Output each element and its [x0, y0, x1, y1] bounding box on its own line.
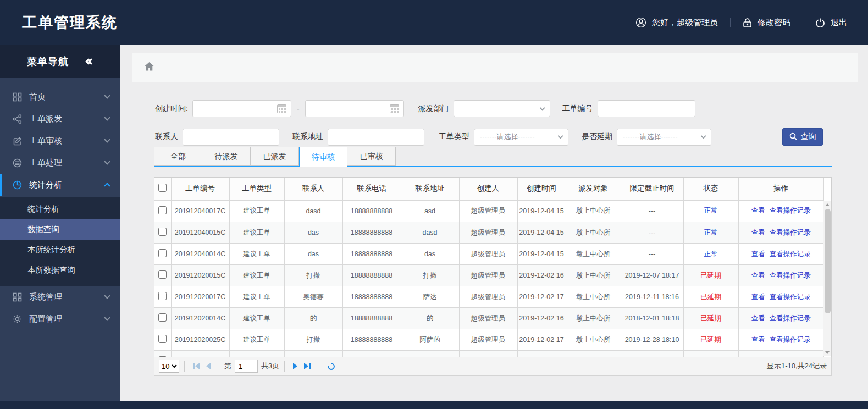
view-log-link[interactable]: 查看操作记录 — [770, 293, 811, 301]
scroll-up-icon[interactable] — [823, 201, 831, 208]
sidebar-item-1[interactable]: 工单派发 — [0, 108, 120, 130]
data-grid: 工单编号工单类型联系人联系电话联系地址创建人创建时间派发对象限定截止时间状态操作… — [154, 177, 832, 357]
column-header[interactable]: 限定截止时间 — [621, 178, 683, 200]
chevron-down-icon — [104, 314, 110, 320]
search-button[interactable]: 查询 — [782, 128, 823, 146]
sidebar-item-3[interactable]: 工单处理 — [0, 152, 120, 174]
home-icon[interactable] — [144, 62, 154, 74]
dispatch-dept-select[interactable] — [454, 100, 550, 117]
order-no-input[interactable] — [598, 100, 695, 117]
logout-link[interactable]: 退出 — [815, 18, 847, 28]
lock-icon — [743, 18, 752, 28]
table-row: 201912020015C建议工单打撤18888888888打撤超级管理员201… — [154, 265, 823, 286]
view-link[interactable]: 查看 — [751, 229, 765, 236]
submenu-item[interactable]: 数据查询 — [0, 219, 120, 240]
address-input[interactable] — [328, 129, 424, 146]
column-header[interactable]: 联系人 — [284, 178, 342, 200]
sidebar-item-6[interactable]: 配置管理 — [0, 308, 120, 330]
row-checkbox[interactable] — [158, 270, 167, 279]
row-checkbox[interactable] — [158, 292, 167, 300]
row-checkbox[interactable] — [158, 335, 167, 343]
view-log-link[interactable]: 查看操作记录 — [770, 229, 811, 236]
submenu-item[interactable]: 本所数据查询 — [0, 260, 120, 280]
row-checkbox[interactable] — [158, 228, 167, 236]
view-log-link[interactable]: 查看操作记录 — [770, 272, 811, 279]
pager-divider — [284, 361, 285, 372]
view-link[interactable]: 查看 — [751, 272, 765, 279]
row-checkbox[interactable] — [158, 356, 167, 357]
pager-summary: 显示1-10,共24记录 — [767, 361, 827, 371]
sidebar-item-5[interactable]: 系统管理 — [0, 286, 120, 308]
order-type-select[interactable]: -------请选择------- — [474, 129, 568, 146]
row-checkbox[interactable] — [158, 206, 167, 214]
double-chevron-left-icon[interactable] — [86, 59, 93, 64]
page-number-input[interactable] — [235, 360, 258, 373]
sidebar-item-label: 工单派发 — [29, 114, 105, 124]
view-link[interactable]: 查看 — [751, 336, 765, 344]
header-divider — [730, 18, 731, 27]
select-all-checkbox[interactable] — [158, 184, 167, 192]
column-header[interactable]: 创建时间 — [517, 178, 566, 200]
submenu-item[interactable]: 统计分析 — [0, 199, 120, 219]
tab-item[interactable]: 已派发 — [251, 147, 299, 166]
vertical-scrollbar[interactable] — [823, 201, 831, 356]
user-greeting[interactable]: 您好，超级管理员 — [635, 17, 718, 28]
sidebar-item-label: 系统管理 — [29, 292, 105, 302]
filter-row-2: 联系人 联系地址 工单类型 -------请选择------- 是否延期 ---… — [155, 128, 823, 146]
sidebar-item-label: 工单审核 — [29, 136, 105, 146]
calendar-icon[interactable] — [277, 104, 286, 113]
status-text: 已延期 — [700, 336, 721, 344]
column-header[interactable]: 状态 — [683, 178, 738, 200]
chevron-up-icon — [104, 183, 110, 189]
top-header: 工单管理系统 您好，超级管理员 修改密码 — [0, 0, 868, 45]
sidebar-item-0[interactable]: 首页 — [0, 86, 120, 108]
date-to-input[interactable] — [310, 104, 390, 113]
delay-select[interactable]: -------请选择------- — [617, 129, 711, 146]
date-to-field[interactable] — [305, 100, 404, 117]
row-checkbox[interactable] — [158, 313, 167, 322]
view-link[interactable]: 查看 — [751, 293, 765, 301]
date-from-field[interactable] — [192, 100, 291, 117]
view-log-link[interactable]: 查看操作记录 — [770, 314, 811, 322]
create-time-label: 创建时间: — [155, 104, 188, 114]
prev-page-icon[interactable] — [206, 363, 211, 369]
tab-item[interactable]: 已审核 — [347, 147, 396, 166]
view-log-link[interactable]: 查看操作记录 — [770, 250, 811, 258]
scroll-down-icon[interactable] — [823, 349, 831, 356]
calendar-icon[interactable] — [390, 104, 399, 113]
submenu-item[interactable]: 本所统计分析 — [0, 240, 120, 260]
column-header[interactable]: 联系地址 — [401, 178, 459, 200]
tab-item[interactable]: 全部 — [154, 147, 202, 166]
total-pages-label: 共3页 — [261, 361, 279, 371]
tab-active[interactable]: 待审核 — [299, 147, 347, 167]
status-text: 正常 — [704, 207, 718, 214]
last-page-icon[interactable] — [304, 363, 311, 369]
change-password-link[interactable]: 修改密码 — [743, 18, 790, 28]
row-checkbox[interactable] — [158, 249, 167, 257]
tab-item[interactable]: 待派发 — [202, 147, 251, 166]
view-log-link[interactable]: 查看操作记录 — [770, 336, 811, 344]
column-header[interactable]: 工单类型 — [229, 178, 284, 200]
column-header[interactable]: 操作 — [738, 178, 823, 200]
pager-divider — [184, 361, 185, 372]
view-link[interactable]: 查看 — [751, 207, 765, 214]
column-header[interactable]: 工单编号 — [171, 178, 229, 200]
date-from-input[interactable] — [197, 104, 277, 113]
page-size-select[interactable]: 10 — [159, 360, 179, 373]
column-header[interactable]: 联系电话 — [342, 178, 401, 200]
refresh-icon[interactable] — [327, 361, 336, 371]
contact-label: 联系人 — [155, 132, 178, 142]
view-link[interactable]: 查看 — [751, 250, 765, 258]
first-page-icon[interactable] — [193, 363, 200, 369]
footer-strip — [0, 401, 868, 409]
sidebar-item-4[interactable]: 统计分析 — [0, 174, 120, 196]
view-log-link[interactable]: 查看操作记录 — [770, 207, 811, 214]
scrollbar-thumb[interactable] — [825, 209, 831, 313]
next-page-icon[interactable] — [293, 363, 297, 369]
column-header[interactable]: 派发对象 — [566, 178, 621, 200]
modules-icon — [12, 292, 22, 302]
contact-input[interactable] — [183, 129, 279, 146]
view-link[interactable]: 查看 — [751, 314, 765, 322]
column-header[interactable]: 创建人 — [459, 178, 517, 200]
sidebar-item-2[interactable]: 工单审核 — [0, 130, 120, 152]
